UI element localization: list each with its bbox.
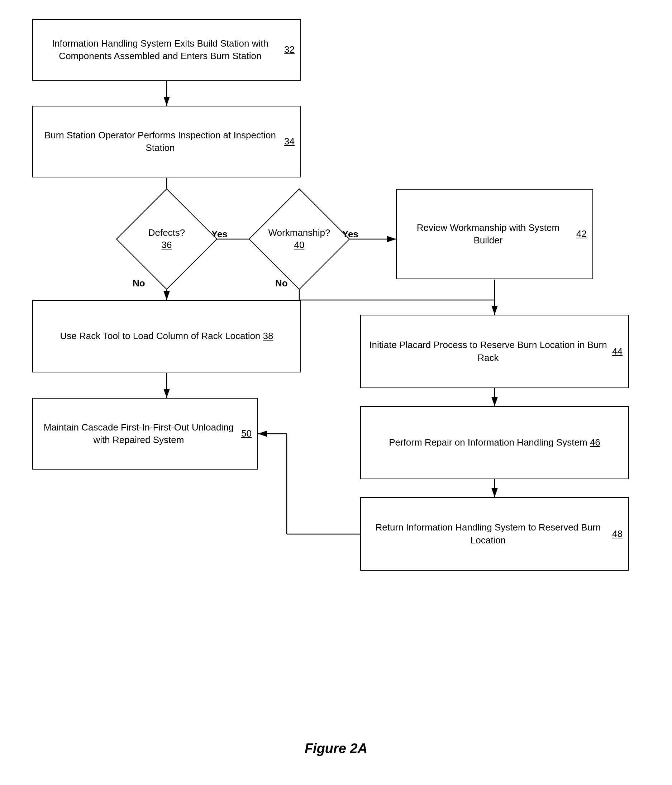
box-38: Use Rack Tool to Load Column of Rack Loc… (32, 300, 301, 372)
box-34: Burn Station Operator Performs Inspectio… (32, 106, 301, 177)
yes-label-2: Yes (342, 229, 358, 240)
no-label-2: No (275, 278, 288, 289)
box-32: Information Handling System Exits Build … (32, 19, 301, 81)
figure-caption: Figure 2A (0, 741, 672, 756)
box-48: Return Information Handling System to Re… (360, 497, 629, 571)
box-46: Perform Repair on Information Handling S… (360, 406, 629, 479)
box-44: Initiate Placard Process to Reserve Burn… (360, 315, 629, 388)
box-50: Maintain Cascade First-In-First-Out Unlo… (32, 398, 258, 469)
yes-label-1: Yes (211, 229, 228, 240)
diagram-container: Information Handling System Exits Build … (0, 0, 672, 785)
no-label-1: No (133, 278, 145, 289)
box-42: Review Workmanship with System Builder 4… (396, 189, 593, 279)
